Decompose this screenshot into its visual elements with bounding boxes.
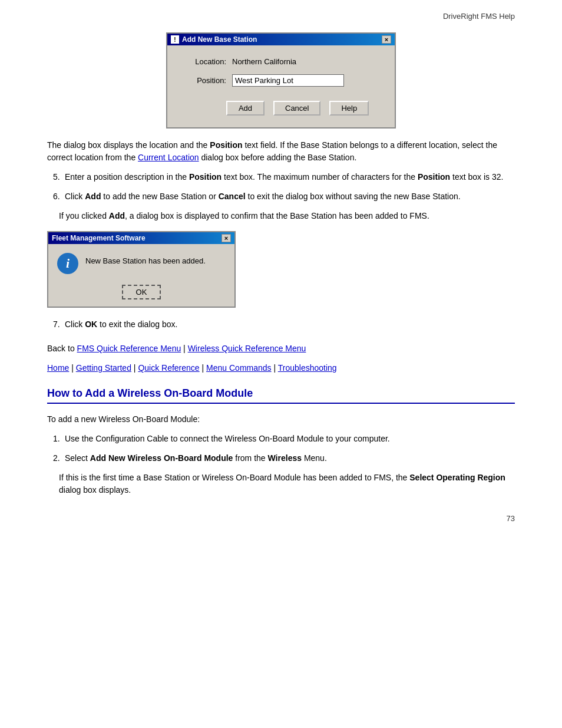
step2-text2: from the — [233, 453, 267, 463]
nav-menu-commands-link[interactable]: Menu Commands — [206, 363, 272, 373]
dialog1-container: ! Add New Base Station × Location: North… — [47, 32, 515, 129]
nav-quick-ref-link[interactable]: Quick Reference — [138, 363, 199, 373]
step6-text2: to add the new Base Station or — [101, 192, 218, 201]
dialog1-title-left: ! Add New Base Station — [171, 35, 257, 44]
step7-bold1: OK — [85, 319, 97, 329]
body1-text3: dialog box before adding the Base Statio… — [199, 153, 357, 162]
nav-links: Home | Getting Started | Quick Reference… — [47, 361, 515, 375]
current-location-link[interactable]: Current Location — [138, 153, 199, 162]
dialog1-app-icon: ! — [171, 35, 179, 44]
step2-bold2: Wireless — [268, 453, 302, 463]
step7-number: 7. — [47, 318, 65, 331]
step2b-bold1: Select Operating Region — [409, 473, 505, 482]
dialog2-ok-button[interactable]: OK — [122, 285, 161, 299]
step5-bold2: Position — [418, 172, 450, 182]
step2-bold1: Add New Wireless On-Board Module — [90, 453, 233, 463]
page-header: DriveRight FMS Help — [47, 12, 515, 21]
nav-sep1: | — [69, 363, 75, 373]
step1-content: Use the Configuration Cable to connect t… — [65, 433, 515, 445]
step6b-text1: If you clicked — [59, 211, 109, 220]
dialog1-help-button[interactable]: Help — [329, 101, 369, 116]
page-number: 73 — [47, 514, 515, 523]
step6-item: 6. Click Add to add the new Base Station… — [47, 190, 515, 203]
dialog2-titlebar: Fleet Management Software × — [48, 232, 234, 244]
add-base-station-dialog: ! Add New Base Station × Location: North… — [166, 32, 396, 129]
intro-text: To add a new Wireless On-Board Module: — [47, 414, 200, 424]
step2b-paragraph: If this is the first time a Base Station… — [59, 472, 515, 496]
dialog2-container: Fleet Management Software × i New Base S… — [47, 231, 515, 308]
step2-content: Select Add New Wireless On-Board Module … — [65, 452, 515, 465]
body1-text1: The dialog box displays the location and… — [47, 140, 210, 150]
step5-number: 5. — [47, 171, 65, 183]
section-heading-text: How to Add a Wireless On-Board Module — [47, 387, 253, 399]
dialog1-position-row: Position: — [185, 74, 377, 87]
dialog2-close-button[interactable]: × — [222, 234, 231, 242]
step2-text3: Menu. — [302, 453, 327, 463]
step2b-text1: If this is the first time a Base Station… — [59, 473, 409, 482]
step7-content: Click OK to exit the dialog box. — [65, 318, 515, 331]
fms-quick-ref-menu-link[interactable]: FMS Quick Reference Menu — [77, 344, 181, 353]
step6b-text2: , a dialog box is displayed to confirm t… — [125, 211, 429, 220]
step2-text1: Select — [65, 453, 90, 463]
step5-content: Enter a position description in the Posi… — [65, 171, 515, 183]
step5-bold1: Position — [189, 172, 222, 182]
step5-text3: text box is 32. — [450, 172, 503, 182]
dialog2-content: i New Base Station has been added. — [48, 244, 234, 280]
step6-text1: Click — [65, 192, 85, 201]
step6-text3: to exit the dialog box without saving th… — [246, 192, 461, 201]
step7-text2: to exit the dialog box. — [97, 319, 177, 329]
dialog1-content: Location: Northern California Position: … — [167, 45, 395, 127]
step2-number: 2. — [47, 452, 65, 465]
body1-bold1: Position — [210, 140, 242, 150]
step7-item: 7. Click OK to exit the dialog box. — [47, 318, 515, 331]
section-heading: How to Add a Wireless On-Board Module — [47, 387, 515, 404]
dialog1-close-button[interactable]: × — [382, 35, 391, 44]
dialog1-location-row: Location: Northern California — [185, 57, 377, 66]
nav-sep4: | — [272, 363, 278, 373]
back-sep1: | — [181, 344, 187, 353]
body-paragraph-1: The dialog box displays the location and… — [47, 139, 515, 164]
step7-text1: Click — [65, 319, 85, 329]
intro-paragraph: To add a new Wireless On-Board Module: — [47, 413, 515, 426]
step1-item: 1. Use the Configuration Cable to connec… — [47, 433, 515, 445]
back-links: Back to FMS Quick Reference Menu | Wirel… — [47, 341, 515, 356]
step6b-bold1: Add — [109, 211, 125, 220]
back-label: Back to — [47, 344, 77, 353]
step6-content: Click Add to add the new Base Station or… — [65, 190, 515, 203]
step6-number: 6. — [47, 190, 65, 203]
page-header-title: DriveRight FMS Help — [443, 12, 515, 21]
step2b-text2: dialog box displays. — [59, 485, 131, 495]
dialog2-message: New Base Station has been added. — [85, 253, 206, 267]
step6b-paragraph: If you clicked Add, a dialog box is disp… — [59, 210, 515, 222]
wireless-quick-ref-menu-link[interactable]: Wireless Quick Reference Menu — [188, 344, 306, 353]
dialog1-location-value: Northern California — [232, 57, 296, 66]
dialog1-position-label: Position: — [185, 76, 226, 85]
nav-getting-started-link[interactable]: Getting Started — [76, 363, 131, 373]
fms-dialog: Fleet Management Software × i New Base S… — [47, 231, 236, 308]
nav-sep2: | — [131, 363, 138, 373]
nav-sep3: | — [200, 363, 206, 373]
dialog1-position-input[interactable] — [232, 74, 344, 87]
dialog2-title-text: Fleet Management Software — [52, 234, 146, 242]
step5-text2: text box. The maximum number of characte… — [222, 172, 418, 182]
dialog2-buttons: OK — [48, 280, 234, 307]
dialog1-title-text: Add New Base Station — [182, 35, 257, 44]
nav-troubleshooting-link[interactable]: Troubleshooting — [278, 363, 337, 373]
step5-text1: Enter a position description in the — [65, 172, 189, 182]
nav-home-link[interactable]: Home — [47, 363, 69, 373]
dialog1-titlebar: ! Add New Base Station × — [167, 34, 395, 45]
info-icon: i — [57, 253, 78, 274]
dialog1-add-button[interactable]: Add — [226, 101, 265, 116]
dialog1-buttons: Add Cancel Help — [185, 95, 377, 118]
step6-bold1: Add — [85, 192, 101, 201]
dialog1-location-label: Location: — [185, 57, 226, 66]
step6-bold2: Cancel — [219, 192, 246, 201]
step5-item: 5. Enter a position description in the P… — [47, 171, 515, 183]
step1-number: 1. — [47, 433, 65, 445]
dialog1-cancel-button[interactable]: Cancel — [273, 101, 320, 116]
step2-item: 2. Select Add New Wireless On-Board Modu… — [47, 452, 515, 465]
